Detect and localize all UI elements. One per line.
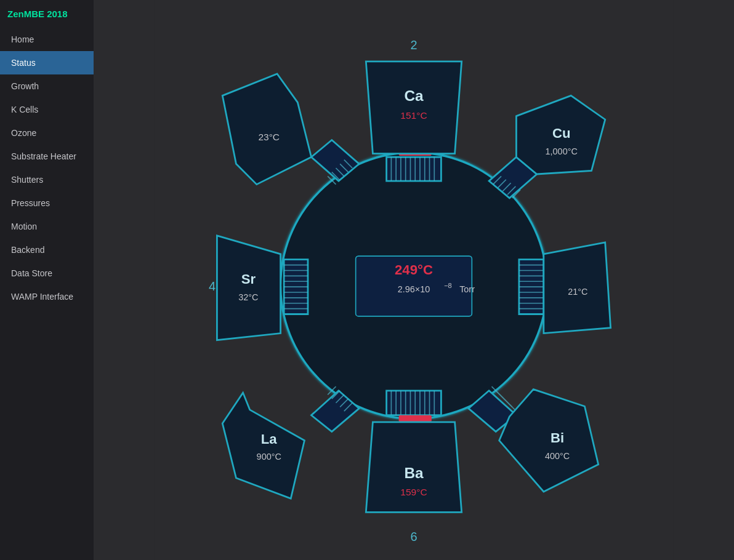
sidebar-item-pressures[interactable]: Pressures	[0, 191, 94, 215]
sidebar-item-ozone[interactable]: Ozone	[0, 121, 94, 145]
position-6: 6	[410, 530, 417, 543]
nav-list: HomeStatusGrowthK CellsOzoneSubstrate He…	[0, 28, 94, 308]
center-pressure-unit: Torr	[459, 284, 475, 294]
sidebar-item-data-store[interactable]: Data Store	[0, 262, 94, 285]
sidebar-item-home[interactable]: Home	[0, 28, 94, 51]
cell-label-7: Bi	[550, 430, 564, 446]
sidebar-item-status[interactable]: Status	[0, 51, 94, 74]
connector-6	[387, 391, 442, 415]
cell-temp-8: 21°C	[568, 287, 587, 297]
shutter-6	[399, 415, 432, 422]
cell-temp-7: 400°C	[545, 451, 570, 461]
sidebar-item-growth[interactable]: Growth	[0, 74, 94, 98]
cell-body-2	[366, 62, 461, 154]
cell-body-4	[217, 236, 280, 340]
connector-2	[387, 157, 442, 181]
position-2: 2	[410, 38, 417, 52]
cell-temp-3: 23°C	[258, 132, 280, 142]
sidebar-item-motion[interactable]: Motion	[0, 215, 94, 238]
center-pressure-exp: −8	[444, 282, 452, 289]
cell-label-6: Ba	[404, 465, 424, 481]
cell-label-1: Cu	[552, 126, 571, 141]
app-title: ZenMBE 2018	[0, 0, 94, 28]
cell-label-2: Ca	[404, 87, 424, 104]
cell-temp-5: 900°C	[257, 452, 281, 462]
sidebar-item-substrate-heater[interactable]: Substrate Heater	[0, 145, 94, 168]
sidebar-item-shutters[interactable]: Shutters	[0, 168, 94, 191]
main-content: 1 2 3 4 5 6 7 8 249°C 2.96×10 −8 Torr	[94, 0, 734, 560]
cell-temp-4: 32°C	[238, 292, 258, 302]
sidebar-item-k-cells[interactable]: K Cells	[0, 98, 94, 121]
sidebar-item-backend[interactable]: Backend	[0, 238, 94, 262]
cell-label-4: Sr	[241, 271, 256, 287]
center-pressure-label: 2.96×10	[398, 284, 430, 294]
cell-temp-2: 151°C	[400, 110, 427, 121]
cell-label-5: La	[261, 431, 278, 447]
mbe-diagram: 1 2 3 4 5 6 7 8 249°C 2.96×10 −8 Torr	[94, 0, 734, 560]
position-4: 4	[209, 279, 216, 293]
cell-temp-6: 159°C	[400, 487, 427, 497]
sidebar: ZenMBE 2018 HomeStatusGrowthK CellsOzone…	[0, 0, 94, 560]
cell-temp-1: 1,000°C	[546, 146, 578, 156]
center-temp: 249°C	[395, 262, 433, 278]
sidebar-item-wamp-interface[interactable]: WAMP Interface	[0, 285, 94, 308]
